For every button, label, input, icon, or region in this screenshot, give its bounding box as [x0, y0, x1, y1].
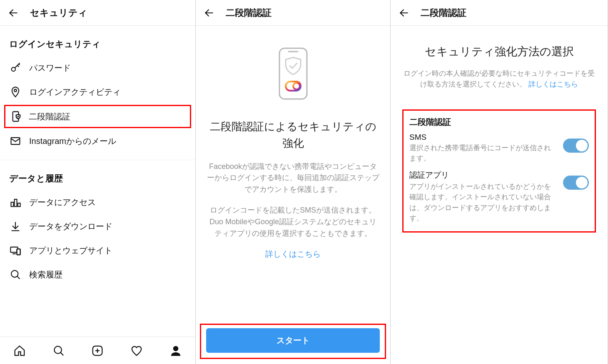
- svg-rect-12: [17, 249, 20, 255]
- page-title: セキュリティ: [30, 7, 87, 19]
- header: セキュリティ: [0, 0, 195, 26]
- menu-item-download-data[interactable]: データをダウンロード: [0, 214, 195, 238]
- search-tab-icon[interactable]: [52, 344, 66, 358]
- svg-point-14: [11, 270, 18, 277]
- toggle-label: 認証アプリ: [409, 170, 556, 181]
- methods-box-title: 二段階認証: [409, 116, 589, 128]
- svg-rect-7: [18, 203, 20, 206]
- location-pin-icon: [9, 86, 22, 98]
- two-factor-intro-panel: 二段階認証 二段階認証によるセキュリテ: [196, 0, 391, 364]
- toggle-description: アプリがインストールされているかどうかを確認します。インストールされていない場合…: [409, 181, 556, 224]
- phone-shield-icon: [10, 110, 23, 123]
- svg-line-17: [60, 352, 63, 355]
- menu-label: パスワード: [29, 62, 71, 74]
- key-icon: [9, 62, 22, 74]
- menu-item-search-history[interactable]: 検索履歴: [0, 262, 195, 287]
- toggle-text: 認証アプリ アプリがインストールされているかどうかを確認します。インストールされ…: [409, 170, 563, 224]
- start-button-highlight: スタート: [200, 324, 386, 359]
- intro-heading: 二段階認証によるセキュリティの強化: [207, 118, 379, 152]
- toggle-description: 選択された携帯電話番号にコードが送信されます。: [409, 143, 556, 164]
- menu-item-two-factor[interactable]: 二段階認証: [4, 105, 191, 128]
- new-post-tab-icon[interactable]: [90, 344, 105, 358]
- page-title: 二段階認証: [421, 7, 466, 19]
- back-icon[interactable]: [203, 7, 215, 19]
- sms-toggle[interactable]: [563, 139, 589, 153]
- menu-item-password[interactable]: パスワード: [0, 56, 195, 80]
- search-icon: [9, 268, 22, 281]
- svg-rect-5: [11, 202, 14, 207]
- page-title: 二段階認証: [226, 7, 272, 19]
- security-settings-panel: セキュリティ ログインセキュリティ パスワード ログインアクティビティ 二段階認…: [0, 0, 196, 364]
- header: 二段階認証: [196, 0, 390, 26]
- menu-label: ログインアクティビティ: [29, 87, 121, 98]
- two-factor-method-panel: 二段階認証 セキュリティ強化方法の選択 ログイン時の本人確認が必要な時にセキュリ…: [391, 0, 608, 364]
- svg-point-1: [12, 67, 15, 71]
- toggle-row-auth-app: 認証アプリ アプリがインストールされているかどうかを確認します。インストールされ…: [409, 170, 589, 224]
- bottom-tab-bar: [0, 337, 195, 364]
- menu-item-access-data[interactable]: データにアクセス: [0, 190, 195, 214]
- toggle-label: SMS: [409, 133, 556, 142]
- method-heading: セキュリティ強化方法の選択: [402, 44, 596, 59]
- profile-tab-icon[interactable]: [169, 344, 183, 358]
- learn-more-link[interactable]: 詳しくはこちら: [528, 80, 578, 88]
- section-login-security-title: ログインセキュリティ: [0, 26, 195, 56]
- devices-icon: [9, 244, 22, 257]
- toggle-text: SMS 選択された携帯電話番号にコードが送信されます。: [409, 133, 563, 164]
- menu-label: データにアクセス: [29, 197, 96, 208]
- intro-paragraph-1: Facebookが認識できない携帯電話やコンピューターからログインする時に、毎回…: [207, 161, 379, 196]
- methods-highlight-box: 二段階認証 SMS 選択された携帯電話番号にコードが送信されます。 認証アプリ …: [402, 109, 596, 233]
- learn-more-link[interactable]: 詳しくはこちら: [265, 249, 321, 260]
- phone-shield-hero-icon: [277, 47, 309, 101]
- menu-label: 検索履歴: [29, 269, 62, 280]
- svg-line-15: [17, 276, 20, 279]
- home-tab-icon[interactable]: [12, 344, 27, 358]
- svg-rect-6: [15, 199, 17, 207]
- menu-item-login-activity[interactable]: ログインアクティビティ: [0, 80, 195, 104]
- back-icon[interactable]: [7, 7, 19, 19]
- menu-label: Instagramからのメール: [29, 136, 116, 147]
- start-button[interactable]: スタート: [206, 328, 380, 353]
- back-icon[interactable]: [398, 7, 410, 19]
- mail-icon: [9, 135, 22, 147]
- toggle-row-sms: SMS 選択された携帯電話番号にコードが送信されます。: [409, 133, 589, 164]
- menu-label: アプリとウェブサイト: [29, 245, 112, 256]
- menu-label: 二段階認証: [29, 111, 70, 122]
- svg-point-26: [293, 83, 300, 89]
- bar-chart-icon: [9, 196, 22, 208]
- section-data-history-title: データと履歴: [0, 160, 195, 190]
- header: 二段階認証: [391, 0, 608, 26]
- svg-point-2: [14, 89, 17, 92]
- svg-point-21: [173, 346, 179, 351]
- menu-item-instagram-emails[interactable]: Instagramからのメール: [0, 129, 195, 153]
- menu-item-apps-websites[interactable]: アプリとウェブサイト: [0, 238, 195, 262]
- download-icon: [9, 220, 22, 233]
- activity-tab-icon[interactable]: [130, 344, 144, 358]
- body: 二段階認証によるセキュリティの強化 Facebookが認識できない携帯電話やコン…: [196, 26, 390, 324]
- intro-paragraph-2: ログインコードを記載したSMSが送信されます。Duo MobileやGoogle…: [207, 205, 379, 240]
- menu-label: データをダウンロード: [29, 221, 112, 232]
- svg-point-16: [54, 346, 62, 354]
- auth-app-toggle[interactable]: [563, 176, 589, 190]
- method-subtext: ログイン時の本人確認が必要な時にセキュリティコードを受け取る方法を選択してくださ…: [402, 68, 596, 90]
- body: セキュリティ強化方法の選択 ログイン時の本人確認が必要な時にセキュリティコードを…: [391, 26, 608, 233]
